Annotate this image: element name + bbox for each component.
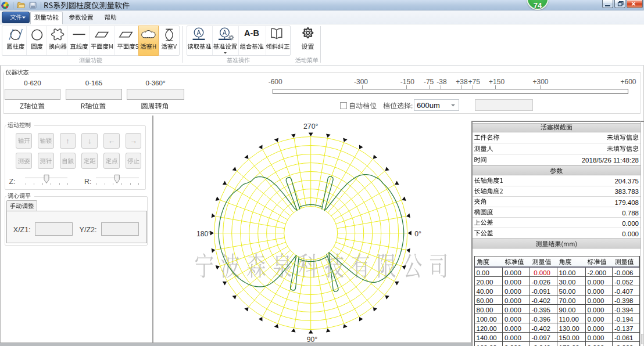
svg-text:90°: 90°: [307, 336, 318, 344]
svg-text:270°: 270°: [303, 122, 318, 131]
svg-text:0°: 0°: [414, 230, 421, 238]
svg-text:180°: 180°: [196, 230, 211, 238]
svg-text:A-B: A-B: [244, 28, 259, 38]
